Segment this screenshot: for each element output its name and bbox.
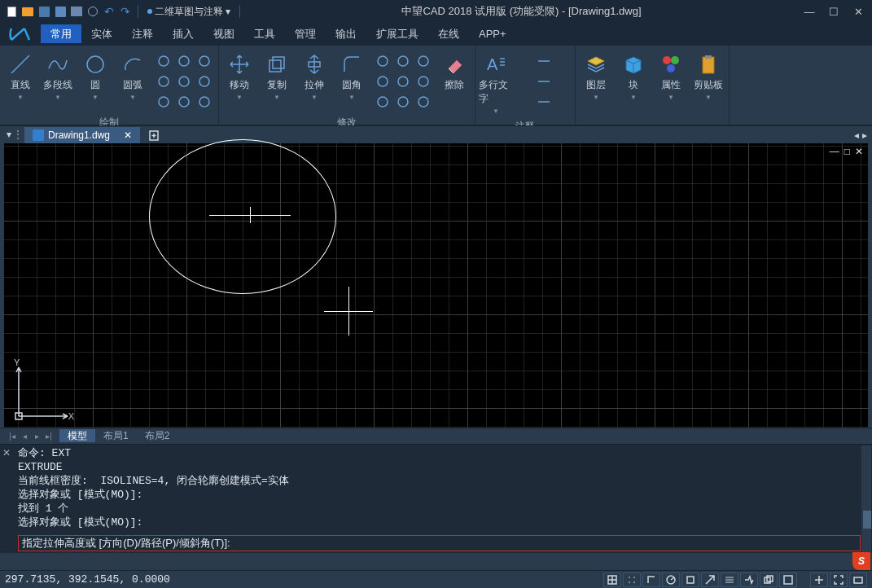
lwt-toggle[interactable] xyxy=(721,573,738,587)
layout-next-icon[interactable]: ▸ xyxy=(31,431,42,442)
ortho-toggle[interactable] xyxy=(642,573,660,587)
ribbon-tab-2[interactable]: 注释 xyxy=(122,24,163,43)
layout-tab-1[interactable]: 布局1 xyxy=(95,429,137,442)
command-input[interactable]: 指定拉伸高度或 [方向(D)/路径(P)/倾斜角(T)]: xyxy=(18,535,861,551)
close-button[interactable]: ✕ xyxy=(849,4,867,19)
command-history[interactable]: 命令: EXT EXTRUDE 当前线框密度: ISOLINES=4, 闭合轮廓… xyxy=(18,446,861,533)
layer-icon xyxy=(584,52,608,77)
ribbon-tab-8[interactable]: 扩展工具 xyxy=(366,24,428,43)
draw-small-6[interactable] xyxy=(155,93,173,111)
otrack-toggle[interactable] xyxy=(701,573,719,587)
vp-maximize-icon[interactable]: □ xyxy=(844,146,850,157)
cycle-toggle[interactable] xyxy=(760,573,778,587)
circle-button[interactable]: 圆▼ xyxy=(78,49,112,104)
modify-small-3[interactable] xyxy=(374,72,392,90)
new-tab-icon[interactable] xyxy=(148,129,161,142)
undo-icon[interactable]: ↶ xyxy=(103,5,116,18)
redo-icon[interactable]: ↷ xyxy=(119,5,132,18)
copy-button[interactable]: 复制▼ xyxy=(260,49,294,104)
layout-prev-icon[interactable]: ◂ xyxy=(19,431,30,442)
new-icon[interactable] xyxy=(5,5,18,18)
props-button[interactable]: 属性▼ xyxy=(654,49,688,104)
erase-button[interactable]: 擦除 xyxy=(437,49,471,95)
cmd-scroll-thumb[interactable] xyxy=(863,511,871,529)
draw-small-8[interactable] xyxy=(195,93,213,111)
drawing-canvas[interactable]: — □ ✕ Y X xyxy=(4,143,868,428)
modify-small-6[interactable] xyxy=(374,93,392,111)
fullscreen-icon[interactable] xyxy=(830,573,848,587)
minimize-button[interactable]: — xyxy=(800,4,818,19)
saveas-icon[interactable] xyxy=(37,5,50,18)
draw-small-1[interactable] xyxy=(175,52,193,70)
draw-small-2[interactable] xyxy=(195,52,213,70)
ribbon-tab-9[interactable]: 在线 xyxy=(428,24,469,43)
maximize-button[interactable]: ☐ xyxy=(825,4,843,19)
mtext-button[interactable]: A多行文字▼ xyxy=(479,49,513,118)
draw-small-4[interactable] xyxy=(175,72,193,90)
vp-minimize-icon[interactable]: — xyxy=(830,146,839,157)
draw-small-5[interactable] xyxy=(195,72,213,90)
model-toggle[interactable] xyxy=(779,573,797,587)
ribbon-tab-1[interactable]: 实体 xyxy=(81,24,122,43)
modify-small-4[interactable] xyxy=(394,72,412,90)
workspace-selector[interactable]: 二维草图与注释 ▾ xyxy=(144,5,234,19)
ribbon-tab-6[interactable]: 管理 xyxy=(285,24,326,43)
modify-small-1[interactable] xyxy=(394,52,412,70)
doctab-menu-icon[interactable]: ▾ ⋮ xyxy=(7,129,23,140)
layout-first-icon[interactable]: |◂ xyxy=(7,431,18,442)
layout-tab-2[interactable]: 布局2 xyxy=(137,429,178,442)
fillet-button[interactable]: 圆角▼ xyxy=(335,49,369,104)
ribbon-tab-7[interactable]: 输出 xyxy=(326,24,366,43)
stretch-button[interactable]: 拉伸▼ xyxy=(297,49,331,104)
arc-button[interactable]: 圆弧▼ xyxy=(116,49,150,104)
modify-small-8[interactable] xyxy=(414,93,432,111)
ribbon-tab-5[interactable]: 工具 xyxy=(244,24,285,43)
ribbon: 直线▼多段线▼圆▼圆弧▼绘制移动▼复制▼拉伸▼圆角▼擦除修改A多行文字▼注释图层… xyxy=(0,46,872,125)
ribbon-tab-3[interactable]: 插入 xyxy=(163,24,204,43)
modify-small-0[interactable] xyxy=(374,52,392,70)
cleanscreen-icon[interactable] xyxy=(849,573,867,587)
clipboard-button[interactable]: 剪贴板▼ xyxy=(691,49,725,104)
polyline-button[interactable]: 多段线▼ xyxy=(41,49,75,104)
print-icon[interactable] xyxy=(70,5,83,18)
polar-toggle[interactable] xyxy=(662,573,680,587)
osnap-toggle[interactable] xyxy=(681,573,699,587)
cmdwin-close-icon[interactable]: ✕ xyxy=(2,447,14,459)
vp-close-icon[interactable]: ✕ xyxy=(855,146,863,157)
save-icon[interactable] xyxy=(54,5,67,18)
open-icon[interactable] xyxy=(21,5,34,18)
modify-small-2[interactable] xyxy=(414,52,432,70)
move-button[interactable]: 移动▼ xyxy=(222,49,256,104)
ribbon-tab-4[interactable]: 视图 xyxy=(204,24,244,43)
layer-button[interactable]: 图层▼ xyxy=(579,49,613,104)
grid-toggle[interactable] xyxy=(603,573,621,587)
app-logo[interactable] xyxy=(0,23,41,46)
anno-small-2[interactable] xyxy=(519,93,568,111)
anno-small-1[interactable] xyxy=(519,72,568,90)
tab-close-icon[interactable]: ✕ xyxy=(124,129,132,141)
doctab-prev-icon[interactable]: ◂ xyxy=(854,129,859,141)
draw-small-7[interactable] xyxy=(175,93,193,111)
modify-small-7[interactable] xyxy=(394,93,412,111)
dyn-toggle[interactable] xyxy=(740,573,758,587)
status-right xyxy=(810,573,867,587)
svg-point-4 xyxy=(159,77,169,86)
sogou-ime-icon[interactable]: S xyxy=(852,552,870,570)
snap-toggle[interactable] xyxy=(623,573,641,587)
layout-tab-0[interactable]: 模型 xyxy=(59,429,95,442)
draw-small-0[interactable] xyxy=(155,52,173,70)
line-button[interactable]: 直线▼ xyxy=(3,49,37,104)
modify-small-5[interactable] xyxy=(414,72,432,90)
annoscale-icon[interactable] xyxy=(810,573,828,587)
ribbon-tab-0[interactable]: 常用 xyxy=(41,24,81,43)
anno-small-0[interactable] xyxy=(519,52,568,70)
draw-small-3[interactable] xyxy=(155,72,173,90)
ribbon-tab-10[interactable]: APP+ xyxy=(469,24,516,43)
coordinates-readout[interactable]: 297.7135, 392.1545, 0.0000 xyxy=(5,573,186,586)
layout-last-icon[interactable]: ▸| xyxy=(43,431,55,442)
doctab-next-icon[interactable]: ▸ xyxy=(862,129,867,141)
preview-icon[interactable] xyxy=(86,5,99,18)
block-button[interactable]: 块▼ xyxy=(616,49,651,104)
document-tab[interactable]: Drawing1.dwg ✕ xyxy=(24,127,140,143)
cmd-scrollbar[interactable] xyxy=(861,445,871,552)
